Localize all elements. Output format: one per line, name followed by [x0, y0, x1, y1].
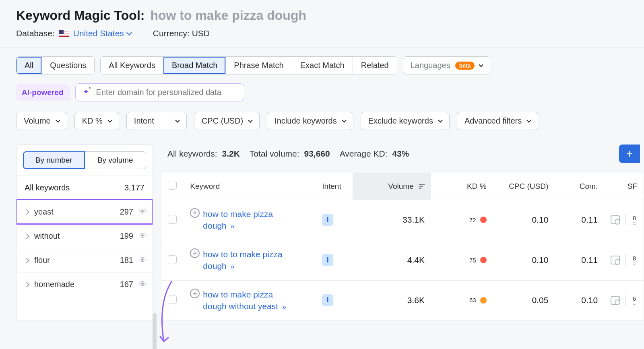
serp-preview-icon[interactable]: [611, 296, 620, 305]
divider: [625, 214, 626, 225]
sidebar-item-homemade[interactable]: homemade167👁: [17, 272, 153, 296]
database-selector[interactable]: Database: United States: [16, 29, 131, 38]
tab-broad-match[interactable]: Broad Match: [163, 57, 225, 74]
database-label: Database:: [16, 29, 55, 38]
cell-cpc: 0.05: [493, 281, 555, 321]
cell-kd: 75: [469, 257, 487, 264]
tab-questions[interactable]: Questions: [41, 57, 94, 74]
sidebar-item-without[interactable]: without199👁: [17, 224, 153, 248]
row-checkbox[interactable]: [168, 295, 177, 304]
chevron-down-icon: [175, 118, 180, 122]
filter-advanced[interactable]: Advanced filters: [457, 112, 538, 130]
eye-icon[interactable]: 👁: [139, 280, 147, 289]
col-intent[interactable]: Intent: [316, 173, 353, 200]
keyword-link[interactable]: how to to make pizzadough »: [203, 248, 282, 272]
cell-volume: 33.1K: [353, 200, 431, 240]
sidebar-item-label: homemade: [34, 280, 74, 289]
divider: [625, 295, 626, 306]
serp-preview-icon[interactable]: [611, 215, 620, 224]
col-keyword[interactable]: Keyword: [184, 173, 316, 200]
keywords-table: Keyword Intent Volume KD % CPC (USD) Com…: [161, 173, 644, 320]
sparkle-icon: [83, 88, 91, 97]
tabs-match-type: All Keywords Broad Match Phrase Match Ex…: [100, 56, 397, 74]
cell-com: 0.10: [555, 281, 604, 321]
sidebar-item-yeast[interactable]: yeast297👁: [17, 200, 153, 224]
sidebar-item-label: yeast: [34, 207, 54, 217]
col-com[interactable]: Com.: [555, 173, 604, 200]
chevron-down-icon: [342, 118, 346, 122]
sidebar-item-count: 167: [120, 280, 133, 289]
eye-icon[interactable]: 👁: [139, 231, 147, 241]
filter-intent[interactable]: Intent: [126, 112, 187, 130]
add-keyword-icon[interactable]: +: [190, 208, 200, 218]
ai-domain-input-wrap[interactable]: [75, 83, 244, 101]
summary-average-kd: Average KD: 43%: [340, 149, 409, 159]
table-row: +how to to make pizzadough »I4.4K750.100…: [161, 240, 644, 281]
sidebar-all-keywords-row[interactable]: All keywords 3,177: [17, 176, 153, 200]
tabs-all-questions: All Questions: [16, 56, 95, 74]
plus-icon: +: [626, 147, 633, 160]
chevron-right-icon: [24, 209, 29, 215]
filter-volume[interactable]: Volume: [16, 112, 67, 130]
sidebar-scrollbar[interactable]: [153, 313, 157, 349]
toggle-by-number[interactable]: By number: [23, 151, 85, 169]
tab-related[interactable]: Related: [353, 57, 397, 74]
col-kd[interactable]: KD %: [431, 173, 493, 200]
double-chevron-icon: »: [231, 262, 235, 271]
cell-kd: 72: [469, 217, 487, 223]
us-flag-icon: [59, 30, 69, 37]
eye-icon[interactable]: 👁: [139, 207, 147, 217]
row-checkbox[interactable]: [168, 215, 177, 224]
chevron-right-icon: [24, 257, 29, 263]
sort-desc-icon: [419, 184, 425, 189]
intent-badge: I: [322, 294, 333, 306]
tab-all-keywords[interactable]: All Keywords: [101, 57, 163, 74]
col-volume[interactable]: Volume: [353, 173, 431, 200]
col-cpc[interactable]: CPC (USD): [493, 173, 555, 200]
add-keyword-icon[interactable]: +: [190, 248, 200, 258]
sidebar-item-flour[interactable]: flour181👁: [17, 248, 153, 272]
search-query: how to make pizza dough: [150, 8, 306, 23]
select-all-checkbox[interactable]: [168, 181, 177, 190]
serp-preview-icon[interactable]: [611, 256, 620, 264]
double-chevron-icon: »: [282, 303, 286, 311]
intent-badge: I: [322, 254, 333, 266]
sidebar-item-label: flour: [34, 256, 50, 265]
sidebar-item-count: 181: [120, 256, 133, 265]
page-header: Keyword Magic Tool: how to make pizza do…: [0, 0, 644, 47]
add-button[interactable]: +: [619, 145, 640, 163]
keyword-link[interactable]: how to make pizzadough without yeast »: [203, 289, 286, 312]
filter-include-keywords[interactable]: Include keywords: [267, 112, 353, 130]
filter-exclude-keywords[interactable]: Exclude keywords: [361, 112, 450, 130]
row-checkbox[interactable]: [168, 255, 177, 264]
sidebar-item-count: 297: [120, 207, 133, 217]
sidebar-all-keywords-label: All keywords: [25, 183, 70, 192]
eye-icon[interactable]: 👁: [139, 256, 147, 265]
filter-kd[interactable]: KD %: [74, 112, 119, 130]
chevron-down-icon: [479, 62, 483, 67]
chevron-right-icon: [24, 233, 29, 239]
tab-all[interactable]: All: [17, 57, 41, 74]
tab-phrase-match[interactable]: Phrase Match: [225, 57, 291, 74]
divider: [625, 254, 626, 266]
sidebar-all-keywords-count: 3,177: [124, 183, 144, 192]
cell-com: 0.11: [555, 240, 604, 281]
languages-button[interactable]: Languages beta: [403, 56, 491, 74]
cell-cpc: 0.10: [493, 240, 555, 281]
chevron-down-icon: [56, 118, 60, 122]
filter-cpc[interactable]: CPC (USD): [194, 112, 260, 130]
cell-volume: 3.6K: [353, 281, 431, 321]
chevron-right-icon: [24, 281, 29, 287]
tab-exact-match[interactable]: Exact Match: [292, 57, 353, 74]
intent-badge: I: [322, 214, 333, 226]
difficulty-dot-icon: [480, 297, 487, 304]
keyword-groups-sidebar: By number By volume All keywords 3,177 y…: [16, 145, 153, 320]
tool-name: Keyword Magic Tool:: [16, 8, 144, 23]
keyword-link[interactable]: how to make pizzadough »: [203, 208, 273, 232]
cell-cpc: 0.10: [493, 200, 555, 240]
languages-label: Languages: [411, 61, 450, 70]
col-sf[interactable]: SF: [604, 173, 644, 200]
ai-domain-input[interactable]: [96, 88, 237, 97]
add-keyword-icon[interactable]: +: [190, 289, 200, 298]
toggle-by-volume[interactable]: By volume: [85, 151, 147, 169]
